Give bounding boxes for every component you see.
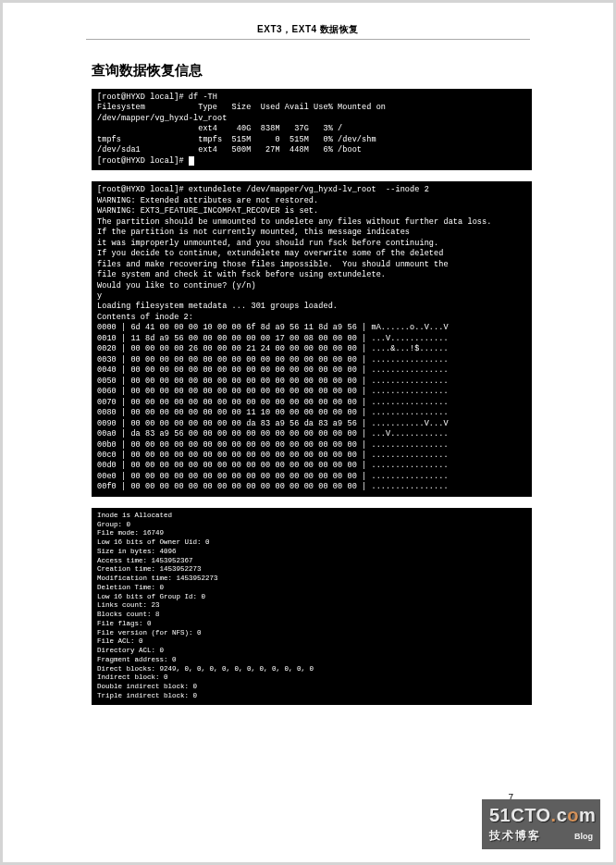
cursor-icon [189, 156, 194, 166]
terminal-text-1: [root@HYXD local]# df -TH Filesystem Typ… [97, 93, 386, 166]
terminal-text-2: [root@HYXD local]# extundelete /dev/mapp… [97, 185, 491, 491]
watermark-sub: 技术博客 Blog [489, 828, 593, 844]
watermark-logo: 51CTO.com [489, 805, 593, 826]
terminal-block-2: [root@HYXD local]# extundelete /dev/mapp… [92, 181, 532, 497]
page-header: EXT3，EXT4 数据恢复 [3, 23, 613, 36]
terminal-block-3: Inode is Allocated Group: 0 File mode: 1… [92, 508, 532, 705]
terminal-text-3: Inode is Allocated Group: 0 File mode: 1… [97, 512, 314, 699]
watermark-blog: Blog [574, 832, 593, 841]
document-page: EXT3，EXT4 数据恢复 查询数据恢复信息 [root@HYXD local… [3, 3, 613, 862]
content-area: 查询数据恢复信息 [root@HYXD local]# df -TH Files… [3, 40, 613, 705]
watermark-cn: 技术博客 [489, 828, 541, 844]
watermark: 51CTO.com 技术博客 Blog [482, 799, 600, 849]
section-title: 查询数据恢复信息 [92, 62, 532, 80]
terminal-block-1: [root@HYXD local]# df -TH Filesystem Typ… [92, 89, 532, 170]
